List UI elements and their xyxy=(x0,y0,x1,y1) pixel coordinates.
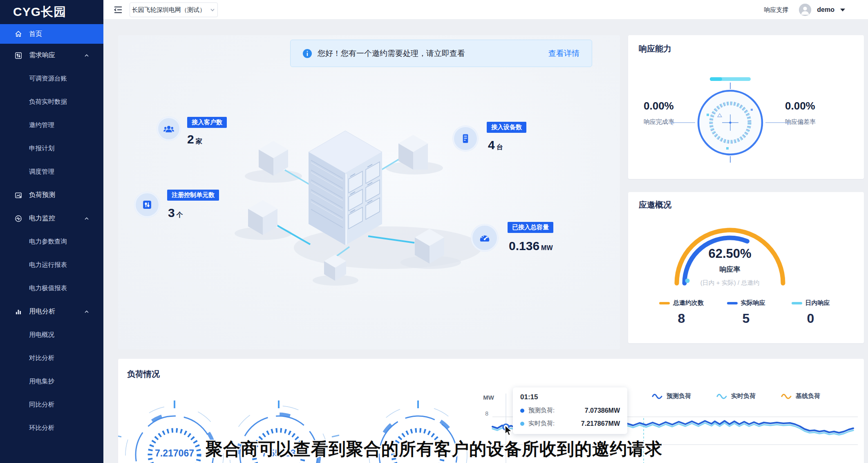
stat-badge: 接入设备数 xyxy=(487,122,526,133)
stat-badge: 接入客户数 xyxy=(187,117,227,128)
invitation-legend: 总邀约次数 8 实际响应 5 日内响应 0 xyxy=(628,299,864,326)
org-selector[interactable]: 长园飞轮深圳电网（测试） xyxy=(130,2,218,17)
series-dot xyxy=(520,409,524,413)
user-icon xyxy=(799,4,811,16)
app-root: CYG长园 首页 需求响应 可调资源台账 负荷实时数据 邀约管理 申报计划 xyxy=(0,0,868,463)
stat-value: 3个 xyxy=(168,206,183,220)
legend-intraday-responses: 日内响应 0 xyxy=(786,299,835,326)
sidebar-item-power-usage-overview[interactable]: 用电概况 xyxy=(0,323,103,347)
series-dot xyxy=(520,422,524,426)
topbar: 长园飞轮深圳电网（测试） 响应支撑 demo xyxy=(103,0,868,20)
org-selector-value: 长园飞轮深圳电网（测试） xyxy=(132,6,206,14)
power-monitor-icon xyxy=(15,215,22,222)
caret-down-icon[interactable] xyxy=(840,9,845,11)
card-title: 负荷情况 xyxy=(127,369,160,380)
menu-fold-icon[interactable] xyxy=(113,5,123,14)
demand-response-icon xyxy=(15,52,22,59)
chevron-up-icon xyxy=(84,53,89,58)
sidebar-item-meter-collection[interactable]: 用电集抄 xyxy=(0,370,103,393)
chart-legend: 预测负荷 实时负荷 基线负荷 xyxy=(652,392,820,400)
legend-actual-responses: 实际响应 5 xyxy=(722,299,771,326)
customers-icon xyxy=(157,117,181,141)
stat-total-capacity: 已接入总容量 0.136MW xyxy=(471,222,610,271)
legend-forecast-load[interactable]: 预测负荷 xyxy=(652,392,691,400)
chevron-up-icon xyxy=(84,309,89,315)
legend-dash xyxy=(659,302,670,304)
username[interactable]: demo xyxy=(817,6,834,13)
response-capability-card: 响应能力 0.00% 响应完成率 0.00% 响应偏差率 xyxy=(628,35,864,179)
stat-badge: 已接入总容量 xyxy=(508,222,553,233)
legend-baseline-load[interactable]: 基线负荷 xyxy=(781,392,820,400)
stat-badge: 注册控制单元数 xyxy=(167,190,219,201)
svg-text:(日内 + 实际) / 总邀约: (日内 + 实际) / 总邀约 xyxy=(700,279,760,286)
mouse-cursor xyxy=(504,425,513,436)
sidebar-menu: 首页 需求响应 可调资源台账 负荷实时数据 邀约管理 申报计划 调度管理 xyxy=(0,24,103,440)
devices-icon xyxy=(453,126,478,151)
sidebar-group-demand-response[interactable]: 需求响应 xyxy=(0,44,103,67)
sidebar-item-power-extreme-report[interactable]: 电力极值报表 xyxy=(0,277,103,300)
topbar-right: 响应支撑 demo xyxy=(764,0,845,20)
sidebar-item-adjustable-resources[interactable]: 可调资源台账 xyxy=(0,67,103,90)
avatar[interactable] xyxy=(799,4,811,16)
power-analysis-icon xyxy=(15,308,22,315)
legend-dash xyxy=(727,302,738,304)
legend-total-invitations: 总邀约次数 8 xyxy=(657,299,706,326)
sidebar-item-power-parameter-query[interactable]: 电力参数查询 xyxy=(0,230,103,253)
svg-text:62.50%: 62.50% xyxy=(708,246,751,261)
sidebar-item-realtime-load-data[interactable]: 负荷实时数据 xyxy=(0,90,103,114)
support-link[interactable]: 响应支撑 xyxy=(764,6,788,14)
invitation-overview-card: 应邀概况 62.50% 响应率 (日内 + 实际) / 总邀约 总邀约次数 8 … xyxy=(628,192,864,343)
brand-logo: CYG长园 xyxy=(0,0,103,24)
sidebar-item-load-forecast[interactable]: 负荷预测 xyxy=(0,183,103,207)
radar-gauge xyxy=(669,69,792,176)
sidebar-item-label: 需求响应 xyxy=(0,51,55,60)
wave-icon xyxy=(716,393,727,400)
video-subtitle: 聚合商可以查看到聚合的所有客户的设备所收到的邀约请求 xyxy=(0,438,868,461)
stat-value: 4台 xyxy=(488,138,503,152)
capacity-gauge-icon xyxy=(471,224,498,251)
card-title: 应邀概况 xyxy=(639,199,671,210)
wave-icon xyxy=(781,393,792,400)
legend-realtime-load[interactable]: 实时负荷 xyxy=(716,392,756,400)
tooltip-time: 01:15 xyxy=(520,393,620,401)
chart-tooltip: 01:15 预测负荷: 7.07386MW 实时负荷: 7.217867MW xyxy=(513,387,627,434)
wave-icon xyxy=(652,393,662,400)
overview-panel: 您好！您有一个邀约需要处理，请立即查看 查看详情 xyxy=(118,35,620,349)
sidebar-item-dispatch-management[interactable]: 调度管理 xyxy=(0,160,103,183)
sidebar-item-comparison-analysis[interactable]: 对比分析 xyxy=(0,347,103,370)
tooltip-row-realtime: 实时负荷: 7.217867MW xyxy=(520,420,620,427)
stat-registered-control-units: 注册控制单元数 3个 xyxy=(134,190,273,239)
stat-connected-devices: 接入设备数 4台 xyxy=(453,122,575,171)
sidebar-item-yoy-analysis[interactable]: 同比分析 xyxy=(0,393,103,416)
chevron-down-icon xyxy=(210,7,215,13)
sidebar-item-mom-analysis[interactable]: 环比分析 xyxy=(0,416,103,440)
server-building xyxy=(309,131,382,245)
sidebar-group-power-monitoring[interactable]: 电力监控 xyxy=(0,207,103,230)
sidebar-item-power-operation-report[interactable]: 电力运行报表 xyxy=(0,253,103,277)
control-units-icon xyxy=(134,192,160,217)
sidebar: CYG长园 首页 需求响应 可调资源台账 负荷实时数据 邀约管理 申报计划 xyxy=(0,0,103,463)
sidebar-item-declaration-plan[interactable]: 申报计划 xyxy=(0,137,103,160)
home-icon xyxy=(15,30,22,38)
tooltip-row-forecast: 预测负荷: 7.07386MW xyxy=(520,407,620,414)
sidebar-item-invitation-management[interactable]: 邀约管理 xyxy=(0,114,103,137)
sidebar-group-power-analysis[interactable]: 用电分析 xyxy=(0,300,103,323)
chevron-up-icon xyxy=(84,216,89,221)
sidebar-item-home[interactable]: 首页 xyxy=(0,24,103,44)
response-rate-gauge: 62.50% 响应率 (日内 + 实际) / 总邀约 xyxy=(669,220,791,289)
legend-dash xyxy=(792,302,802,304)
stat-connected-customers: 接入客户数 2家 xyxy=(157,101,280,150)
stat-value: 2家 xyxy=(187,132,202,146)
card-title: 响应能力 xyxy=(639,43,671,54)
stat-value: 0.136MW xyxy=(509,239,553,253)
load-forecast-icon xyxy=(15,192,22,199)
svg-text:响应率: 响应率 xyxy=(720,265,740,273)
